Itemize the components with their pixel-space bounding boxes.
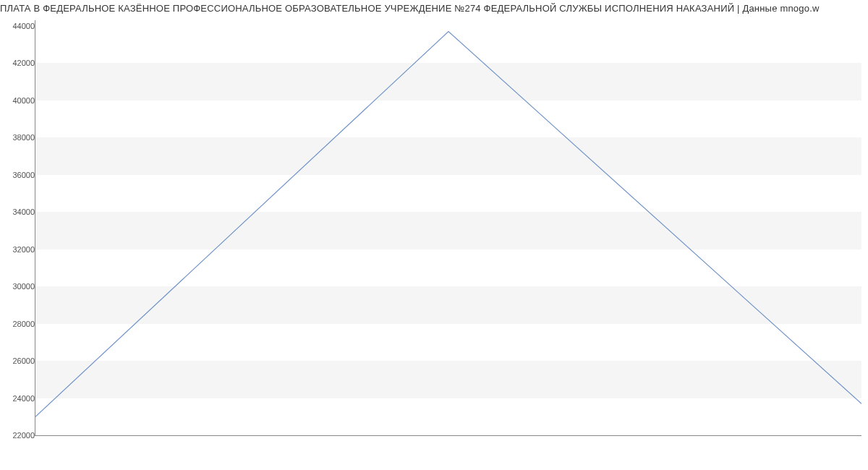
line-series: [35, 20, 861, 435]
y-tick-label: 34000: [0, 208, 39, 216]
plot-area: [35, 20, 861, 436]
chart-title: ПЛАТА В ФЕДЕРАЛЬНОЕ КАЗЁННОЕ ПРОФЕССИОНА…: [0, 0, 868, 15]
y-tick-label: 32000: [0, 245, 39, 254]
y-tick-label: 26000: [0, 356, 39, 365]
y-tick-label: 38000: [0, 133, 39, 142]
y-tick-label: 42000: [0, 59, 39, 67]
y-tick-label: 24000: [0, 394, 39, 403]
y-tick-label: 22000: [0, 431, 39, 440]
y-tick-label: 30000: [0, 282, 39, 291]
y-tick-label: 36000: [0, 171, 39, 179]
y-tick-label: 44000: [0, 22, 39, 30]
y-tick-label: 40000: [0, 96, 39, 105]
y-tick-label: 28000: [0, 320, 39, 328]
